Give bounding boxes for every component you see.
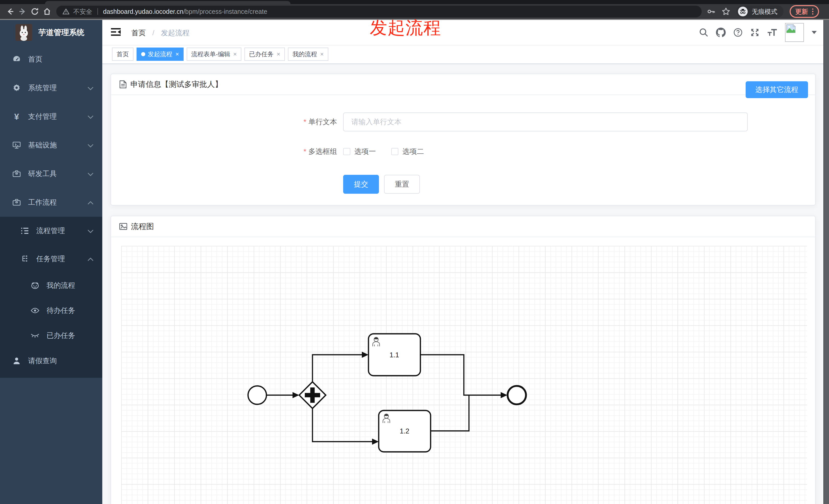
- star-icon[interactable]: [722, 7, 730, 16]
- sidebar-item-done-tasks[interactable]: 已办任务: [0, 323, 102, 348]
- security-label: 不安全: [73, 7, 92, 16]
- tag-done-tasks[interactable]: 已办任务 ×: [245, 47, 285, 61]
- single-line-text-input[interactable]: [343, 112, 748, 131]
- tag-start-process[interactable]: 发起流程 ×: [137, 47, 184, 61]
- process-diagram-card: 流程图: [110, 216, 816, 504]
- start-event[interactable]: [248, 386, 266, 404]
- back-button[interactable]: [4, 5, 16, 17]
- app-logo-rabbit-image: [15, 24, 32, 41]
- sidebar-item-label: 任务管理: [36, 254, 65, 264]
- menu-dots-icon[interactable]: [812, 8, 814, 14]
- forward-button[interactable]: [16, 5, 29, 17]
- eye-open-icon: [31, 306, 39, 315]
- sidebar-item-home[interactable]: 首页: [0, 45, 102, 74]
- org-tree-icon: [21, 255, 29, 263]
- main-content: 申请信息【测试多审批人】 选择其它流程 *单行文本 *多选框组 选项一: [102, 64, 824, 504]
- tag-label: 首页: [117, 50, 129, 58]
- user-task-1[interactable]: 1.1: [368, 334, 420, 376]
- top-header: 首页 / 发起流程: [102, 20, 824, 45]
- end-event[interactable]: [508, 386, 526, 404]
- submit-button[interactable]: 提交: [343, 175, 379, 194]
- sidebar-item-label: 流程管理: [36, 226, 65, 236]
- parallel-gateway[interactable]: [299, 382, 326, 409]
- bpmn-canvas[interactable]: 1.1 1.2: [121, 246, 807, 504]
- close-icon[interactable]: ×: [277, 51, 280, 57]
- reload-button[interactable]: [29, 5, 41, 17]
- sidebar-item-label: 我的流程: [46, 281, 75, 290]
- flow-task1-end: [420, 355, 501, 395]
- app-title: 芋道管理系统: [38, 27, 84, 38]
- sidebar-item-label: 待办任务: [46, 306, 75, 315]
- tag-form-edit[interactable]: 流程表单-编辑 ×: [187, 47, 241, 61]
- breadcrumb: 首页 / 发起流程: [132, 28, 189, 38]
- checkbox-box-icon[interactable]: [391, 148, 398, 155]
- required-mark: *: [303, 118, 307, 126]
- chevron-down-icon: [87, 170, 94, 178]
- key-icon[interactable]: [707, 7, 716, 16]
- forward-icon: [19, 7, 27, 15]
- close-icon[interactable]: ×: [175, 51, 179, 57]
- sidebar-item-label: 系统管理: [28, 83, 57, 93]
- active-dot: [141, 52, 145, 56]
- sidebar-item-todo-tasks[interactable]: 待办任务: [0, 298, 102, 323]
- incognito-badge[interactable]: 无痕模式: [736, 5, 784, 17]
- app-logo-row[interactable]: 芋道管理系统: [0, 20, 102, 45]
- checkbox-option-label: 选项二: [402, 147, 424, 156]
- briefcase-icon: [12, 169, 21, 178]
- search-icon[interactable]: [699, 28, 708, 37]
- user-task-2[interactable]: 1.2: [379, 411, 431, 452]
- chevron-down-icon: [87, 227, 94, 235]
- chevron-down-icon: [87, 84, 94, 92]
- github-icon[interactable]: [716, 28, 726, 37]
- text-field-row: *单行文本: [111, 112, 815, 131]
- sidebar-item-label: 基础设施: [28, 140, 57, 150]
- briefcase-icon: [12, 198, 21, 207]
- user-avatar[interactable]: [785, 23, 804, 42]
- picture-icon: [119, 223, 127, 230]
- sidebar-item-process-mgmt[interactable]: 流程管理: [0, 217, 102, 245]
- sidebar-item-infra[interactable]: 基础设施: [0, 131, 102, 159]
- sidebar-item-devtools[interactable]: 研发工具: [0, 159, 102, 188]
- task-label: 1.2: [400, 427, 409, 435]
- sidebar-item-label: 请假查询: [28, 356, 57, 366]
- chevron-down-icon: [87, 141, 94, 149]
- tag-label: 我的流程: [292, 50, 317, 58]
- update-button[interactable]: 更新: [790, 5, 819, 18]
- checkbox-option-1[interactable]: 选项一: [343, 147, 376, 156]
- apply-card-header: 申请信息【测试多审批人】: [111, 74, 815, 95]
- close-icon[interactable]: ×: [233, 51, 237, 57]
- sidebar-item-payment[interactable]: ¥ 支付管理: [0, 102, 102, 131]
- checkbox-option-2[interactable]: 选项二: [391, 147, 424, 156]
- sidebar-item-workflow[interactable]: 工作流程: [0, 188, 102, 217]
- choose-other-process-button[interactable]: 选择其它流程: [746, 81, 808, 98]
- browser-active-tab[interactable]: [45, 1, 290, 4]
- checkbox-option-label: 选项一: [354, 147, 376, 156]
- page-scrollbar[interactable]: [823, 20, 829, 504]
- sidebar-item-task-mgmt[interactable]: 任务管理: [0, 245, 102, 273]
- close-icon[interactable]: ×: [320, 51, 324, 57]
- breadcrumb-current: 发起流程: [161, 29, 189, 37]
- url-bar[interactable]: 不安全 dashboard.yudao.iocoder.cn/bpm/proce…: [56, 6, 702, 17]
- url-host: dashboard.yudao.iocoder.cn: [103, 8, 183, 15]
- sidebar-item-system[interactable]: 系统管理: [0, 74, 102, 102]
- sidebar-fold-button[interactable]: [111, 28, 121, 38]
- checkbox-box-icon[interactable]: [343, 148, 350, 155]
- help-icon[interactable]: [733, 28, 743, 37]
- breadcrumb-home-link[interactable]: 首页: [132, 29, 146, 37]
- url-path: /bpm/process-instance/create: [183, 8, 267, 15]
- browser-tab-strip: [0, 0, 829, 4]
- fullscreen-icon[interactable]: [750, 28, 759, 37]
- sidebar-item-leave-query[interactable]: 请假查询: [0, 348, 102, 374]
- sidebar-item-my-process[interactable]: 我的流程: [0, 273, 102, 298]
- tag-my-process[interactable]: 我的流程 ×: [288, 47, 328, 61]
- breadcrumb-separator: /: [152, 29, 154, 37]
- chevron-down-icon: [87, 112, 94, 121]
- caret-down-icon[interactable]: [812, 31, 817, 34]
- tag-home[interactable]: 首页: [112, 47, 134, 61]
- font-size-icon[interactable]: [767, 28, 777, 37]
- sidebar-item-label: 研发工具: [28, 169, 57, 179]
- dashboard-icon: [12, 55, 21, 64]
- toolbar-right: 无痕模式 更新: [707, 5, 819, 18]
- home-button[interactable]: [41, 5, 53, 17]
- reset-button[interactable]: 重置: [384, 175, 420, 194]
